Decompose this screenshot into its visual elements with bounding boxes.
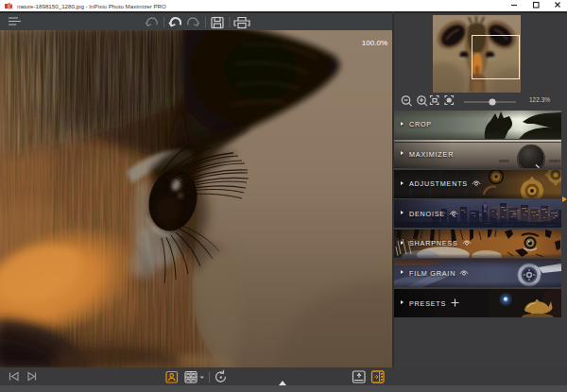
svg-text:100.0%: 100.0% bbox=[362, 39, 387, 47]
